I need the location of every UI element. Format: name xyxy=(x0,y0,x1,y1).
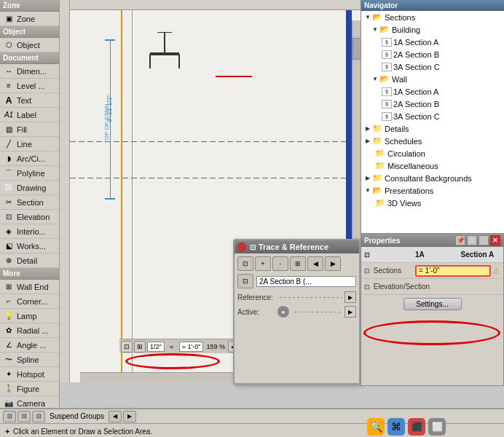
sidebar-item-wallend[interactable]: ⊞ Wall End xyxy=(0,280,59,294)
status-nav-btn[interactable]: ◀ xyxy=(109,411,122,422)
sidebar-item-fill[interactable]: ▧ Fill xyxy=(0,122,59,137)
active-end-btn[interactable]: ▶ xyxy=(344,306,356,318)
wall-arrow[interactable] xyxy=(371,76,379,83)
trace-toolbar: ⊡ + - ⊞ ◀ ▶ xyxy=(237,256,356,271)
schedules-folder-icon xyxy=(371,136,383,146)
trace-zoom-in-btn[interactable]: + xyxy=(255,256,271,271)
status-btn-2[interactable]: ⊡ xyxy=(17,411,31,422)
sidebar-item-zone[interactable]: ▣ Zone xyxy=(0,12,59,26)
presentations-arrow[interactable] xyxy=(364,187,371,194)
trace-fit-btn[interactable]: ⊞ xyxy=(290,256,306,271)
sidebar-item-corner[interactable]: ⌐ Corner... xyxy=(0,294,59,309)
trace-next-btn[interactable]: ▶ xyxy=(325,256,341,271)
sidebar-item-text[interactable]: A Text xyxy=(0,93,59,108)
trace-titlebar: ⊡ Trace & Reference xyxy=(235,240,359,253)
sidebar-item-detail[interactable]: ⊕ Detail xyxy=(0,253,59,268)
sidebar-item-polyline[interactable]: ⌒ Polyline xyxy=(0,166,59,181)
tree-item-miscellaneous[interactable]: Miscellaneous xyxy=(361,160,504,172)
tree-item-presentations[interactable]: Presentations xyxy=(361,184,504,197)
trace-prev-btn[interactable]: ◀ xyxy=(307,256,323,271)
dock-icon-misc[interactable]: ⬜ xyxy=(428,418,446,436)
dock-icon-app[interactable]: ⌘ xyxy=(387,418,405,436)
consultant-arrow[interactable] xyxy=(364,175,371,182)
red-indicator-line xyxy=(216,76,252,77)
sidebar-item-lamp[interactable]: 💡 Lamp xyxy=(0,309,59,323)
sidebar-item-spline[interactable]: 〜 Spline xyxy=(0,353,59,367)
sections-arrow[interactable] xyxy=(364,14,371,21)
tree-item-sections[interactable]: Sections xyxy=(361,11,504,23)
sidebar-item-level[interactable]: ≡ Level ... xyxy=(0,79,59,93)
properties-title: Properties xyxy=(364,237,400,245)
sidebar-item-works[interactable]: ⬕ Works... xyxy=(0,239,59,253)
active-dotted-line xyxy=(294,312,342,312)
tree-item-wall-2a[interactable]: § 2A Section B xyxy=(361,98,504,110)
tree-item-circulation[interactable]: Circulation xyxy=(361,147,504,160)
sidebar-item-section[interactable]: ✂ Section xyxy=(0,195,59,210)
props-max-btn[interactable]: □ xyxy=(467,235,477,245)
consultant-folder-icon xyxy=(371,173,383,184)
document-header: Document xyxy=(0,52,59,64)
sidebar-item-dimen[interactable]: ↔ Dimen... xyxy=(0,64,59,79)
building-arrow[interactable] xyxy=(371,26,379,34)
trace-close-btn[interactable] xyxy=(237,243,246,251)
props-sections-value[interactable]: = 1'-0" xyxy=(415,265,491,277)
snap-btn-1[interactable]: ⊡ xyxy=(121,341,133,353)
trace-title: Trace & Reference xyxy=(259,243,328,251)
sidebar-item-line[interactable]: ╱ Line xyxy=(0,137,59,151)
tree-item-3dviews[interactable]: 3D Views xyxy=(361,197,504,209)
snap-btn-2[interactable]: ⊞ xyxy=(134,341,146,353)
tree-item-consultant[interactable]: Consultant Backgrounds xyxy=(361,172,504,184)
props-restore-btn[interactable]: _ xyxy=(479,235,489,245)
properties-titlebar: Properties 📌 □ _ ✕ xyxy=(361,234,503,247)
navigator-tree[interactable]: Sections Building § 1A Section A § 2A Se… xyxy=(361,11,504,229)
tree-item-2a-section-b[interactable]: § 2A Section B xyxy=(361,48,504,60)
sidebar-item-angle[interactable]: ∠ Angle ... xyxy=(0,338,59,353)
trace-section-label: 2A Section B (... xyxy=(256,276,356,287)
trace-active-row: Active: ● ▶ xyxy=(237,306,356,318)
sidebar-item-drawing[interactable]: ⬜ Drawing xyxy=(0,181,59,195)
sidebar-item-object[interactable]: ⬡ Object xyxy=(0,38,59,52)
sidebar-item-elevation[interactable]: ⊡ Elevation xyxy=(0,210,59,224)
spline-icon: 〜 xyxy=(3,354,15,366)
tree-item-wall-3a[interactable]: § 3A Section C xyxy=(361,110,504,122)
scale-value: = 1'-0" xyxy=(179,342,204,352)
tree-item-details[interactable]: Details xyxy=(361,122,504,135)
props-section-a-value: Section A xyxy=(461,251,501,259)
sidebar-item-camera[interactable]: 📷 Camera xyxy=(0,396,59,408)
trace-section-icon: ⊡ xyxy=(237,274,253,288)
sidebar-item-arc[interactable]: ◗ Arc/Ci... xyxy=(0,151,59,166)
structural-element xyxy=(135,32,194,76)
dock-icon-finder[interactable]: 🔍 xyxy=(367,418,385,436)
status-btn-3[interactable]: ⊡ xyxy=(32,411,45,422)
tree-item-schedules[interactable]: Schedules xyxy=(361,135,504,147)
tree-item-wall[interactable]: Wall xyxy=(361,73,504,85)
dock-icon-stop[interactable]: ⬛ xyxy=(408,418,425,436)
zone-icon: ▣ xyxy=(3,13,15,25)
status-btn-1[interactable]: ⊡ xyxy=(3,411,16,422)
props-close-btn[interactable]: ✕ xyxy=(490,235,500,245)
settings-button[interactable]: Settings... xyxy=(403,298,462,310)
trace-zoom-out-btn[interactable]: - xyxy=(272,256,288,271)
section-c-doc-icon: § xyxy=(382,63,392,71)
guide-line-gold2 xyxy=(132,10,133,382)
props-pin-btn[interactable]: 📌 xyxy=(455,235,465,245)
sidebar-item-figure[interactable]: 🚶 Figure xyxy=(0,382,59,396)
sidebar-item-hotspot[interactable]: ✦ Hotspot xyxy=(0,367,59,382)
properties-window-btns: 📌 □ _ ✕ xyxy=(455,235,500,245)
detail-icon: ⊕ xyxy=(3,255,15,267)
details-arrow[interactable] xyxy=(364,125,371,133)
left-sidebar: Zone ▣ Zone Object ⬡ Object Document ↔ D… xyxy=(0,0,60,408)
trace-icon: ⊡ xyxy=(250,243,256,251)
tree-item-wall-1a[interactable]: § 1A Section A xyxy=(361,85,504,98)
sidebar-item-interior[interactable]: ◈ Interio... xyxy=(0,224,59,239)
tree-item-building[interactable]: Building xyxy=(361,23,504,36)
status-message: Click an Element or Draw a Selection Are… xyxy=(13,428,152,436)
status-nav-btn2[interactable]: ▶ xyxy=(123,411,136,422)
sidebar-item-label[interactable]: A1 Label xyxy=(0,108,59,122)
tree-item-3a-section-c[interactable]: § 3A Section C xyxy=(361,60,504,73)
reference-end-btn[interactable]: ▶ xyxy=(344,291,356,303)
tree-item-1a-section-a[interactable]: § 1A Section A xyxy=(361,36,504,48)
trace-nav-btn[interactable]: ⊡ xyxy=(237,256,253,271)
schedules-arrow[interactable] xyxy=(364,138,371,145)
sidebar-item-radial[interactable]: ✿ Radial ... xyxy=(0,323,59,338)
